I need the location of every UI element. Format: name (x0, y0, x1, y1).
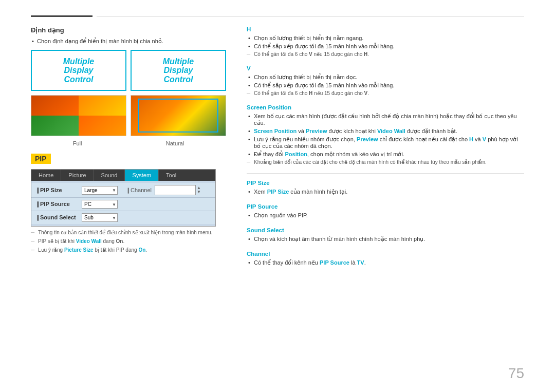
dinh-dang-title: Định dạng (31, 26, 226, 34)
picture-size-highlight: Picture Size (64, 247, 94, 253)
channel-stepper[interactable]: ▲ ▼ (197, 186, 201, 194)
video-wall-highlight: Video Wall (76, 238, 102, 244)
screen-position-section: Screen Position Xem bố cục các màn hình … (247, 104, 524, 165)
caption-full: Full (73, 140, 82, 146)
h-divider (247, 173, 524, 174)
sp-bullet-3: Lưu ý rằng nếu nhiều nhóm được chọn, Pre… (247, 136, 524, 150)
dinh-dang-bullet: Chọn định dạng để hiển thị màn hình bị c… (31, 38, 226, 45)
pip-source-select[interactable]: PC TV HDMI (82, 200, 118, 209)
left-column: Định dạng Chọn định dạng để hiển thị màn… (31, 26, 226, 274)
page-number: 75 (508, 365, 524, 382)
menu-ui: Home Picture Sound System Tool ❙PIP Size… (31, 169, 216, 227)
h-title: H (247, 26, 524, 32)
right-column: H Chọn số lượng thiết bị hiển thị nằm ng… (247, 26, 524, 274)
sound-select-wrap[interactable]: Sub Main (82, 213, 118, 222)
pip-size-select-wrap[interactable]: Large Medium Small (82, 186, 118, 195)
note-3: Lưu ý rằng Picture Size bị tắt khi PIP đ… (31, 247, 226, 253)
tab-picture[interactable]: Picture (61, 170, 94, 181)
note-2: PIP sẽ bị tắt khi Video Wall đang On. (31, 238, 226, 244)
main-content: Định dạng Chọn định dạng để hiển thị màn… (31, 26, 524, 274)
sound-select-dropdown[interactable]: Sub Main (82, 213, 118, 222)
display-box-2-text: Multiple Display Control (163, 57, 194, 84)
pip-source-section: PIP Source Chọn nguồn vào PIP. (247, 203, 524, 219)
pip-source-label: ❙PIP Source (35, 201, 82, 208)
display-box-2: Multiple Display Control (131, 50, 226, 91)
sp-bullet-2: Screen Position và Preview được kích hoạ… (247, 128, 524, 135)
v-title: V (247, 65, 524, 71)
pip-size-bullet: Xem PIP Size của màn hình hiện tại. (247, 189, 524, 195)
v-bullet-2: Có thể sắp xếp được tối đa 15 màn hình v… (247, 82, 524, 89)
sp-bullet-1: Xem bố cục các màn hình (được đặt cấu hì… (247, 113, 524, 126)
sound-select-label: ❙Sound Select (35, 214, 82, 221)
top-divider (31, 15, 524, 17)
pip-size-section: PIP Size Xem PIP Size của màn hình hiện … (247, 180, 524, 195)
channel-bullet: Có thể thay đổi kênh nếu PIP Source là T… (247, 259, 524, 266)
page-container: Định dạng Chọn định dạng để hiển thị màn… (0, 0, 555, 392)
on-bold-1: On (116, 238, 123, 244)
pip-size-value: Large Medium Small (82, 186, 118, 195)
tab-system[interactable]: System (125, 170, 159, 181)
flower-natural-border (138, 99, 218, 133)
tab-home[interactable]: Home (31, 170, 61, 181)
sound-select-value: Sub Main (82, 213, 118, 222)
screen-position-title: Screen Position (247, 104, 524, 110)
caption-row: Full Natural (31, 140, 226, 146)
h-note: Có thể gán tối đa 6 cho V nếu 15 được gá… (247, 51, 524, 57)
channel-input-area: ▲ ▼ (155, 185, 201, 195)
note-1: Thông tin cơ bản cần thiết để điều chỉnh… (31, 230, 226, 235)
v-note: Có thể gán tối đa 6 cho H nếu 15 được gá… (247, 90, 524, 96)
on-bold-2: On (138, 247, 145, 253)
sp-note: Khoảng biến đổi của các cài đặt cho chế … (247, 159, 524, 165)
caption-natural: Natural (166, 140, 184, 146)
channel-section: Channel Có thể thay đổi kênh nếu PIP Sou… (247, 251, 524, 266)
menu-row-pip-source: ❙PIP Source PC TV HDMI (31, 198, 215, 211)
v-section: V Chọn số lượng thiết bị hiển thị nằm dọ… (247, 65, 524, 96)
menu-row-pip-size: ❙PIP Size Large Medium Small ❙Channel (31, 183, 215, 198)
flower-full-img (31, 96, 126, 136)
menu-tabs: Home Picture Sound System Tool (31, 170, 215, 181)
tab-tool[interactable]: Tool (159, 170, 183, 181)
divider-light (97, 16, 524, 16)
pip-source-bullet: Chọn nguồn vào PIP. (247, 212, 524, 219)
divider-dark (31, 15, 92, 17)
display-box-1-text: Multiple Display Control (63, 57, 94, 84)
sound-select-bullet: Chọn và kích hoạt âm thanh từ màn hình c… (247, 236, 524, 242)
pip-source-value: PC TV HDMI (82, 200, 118, 209)
flower-q3 (31, 116, 79, 136)
flower-q1 (31, 96, 79, 116)
v-bullet-1: Chọn số lượng thiết bị hiển thị nằm dọc. (247, 74, 524, 81)
sound-select-section: Sound Select Chọn và kích hoạt âm thanh … (247, 227, 524, 242)
pip-size-label: ❙PIP Size (35, 187, 82, 194)
pip-source-title: PIP Source (247, 203, 524, 210)
channel-box (155, 185, 196, 195)
flower-q4 (79, 116, 126, 136)
menu-rows: ❙PIP Size Large Medium Small ❙Channel (31, 181, 215, 226)
pip-source-select-wrap[interactable]: PC TV HDMI (82, 200, 118, 209)
flower-images (31, 95, 226, 136)
h-bullet-1: Chọn số lượng thiết bị hiển thị nằm ngan… (247, 35, 524, 42)
sp-bullet-4: Để thay đổi Position, chọn một nhóm và k… (247, 151, 524, 158)
flower-q2 (79, 96, 126, 116)
display-boxes: Multiple Display Control Multiple Displa… (31, 50, 226, 91)
display-box-1: Multiple Display Control (31, 50, 126, 91)
flower-natural-img (131, 96, 226, 136)
menu-row-sound-select: ❙Sound Select Sub Main (31, 211, 215, 224)
pip-label: PIP (31, 154, 51, 164)
h-bullet-2: Có thể sắp xếp được tối đa 15 màn hình v… (247, 43, 524, 50)
flower-full-box (31, 95, 126, 136)
tab-sound[interactable]: Sound (94, 170, 125, 181)
flower-natural-box (131, 95, 226, 136)
channel-title: Channel (247, 251, 524, 257)
h-section: H Chọn số lượng thiết bị hiển thị nằm ng… (247, 26, 524, 57)
pip-size-title: PIP Size (247, 180, 524, 186)
channel-down[interactable]: ▼ (197, 190, 201, 194)
pip-size-select[interactable]: Large Medium Small (82, 186, 118, 195)
channel-label: ❙Channel (126, 187, 152, 194)
sound-select-title: Sound Select (247, 227, 524, 233)
